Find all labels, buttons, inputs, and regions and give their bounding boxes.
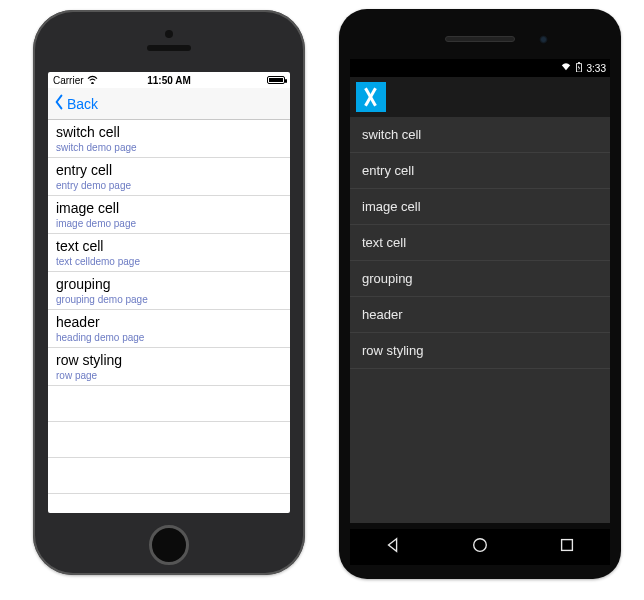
list-item[interactable]: grouping grouping demo page [48,272,290,310]
wifi-icon [561,62,571,74]
svg-rect-3 [561,540,572,551]
app-icon[interactable] [356,82,386,112]
list-item[interactable]: entry cell [350,153,610,189]
android-device-frame: 3:33 switch cell entry cell image cell t… [339,9,621,579]
empty-row [48,386,290,422]
list-item[interactable]: switch cell switch demo page [48,120,290,158]
list-item[interactable]: image cell image demo page [48,196,290,234]
empty-row [48,494,290,513]
battery-icon [267,76,285,84]
cell-detail: image demo page [56,217,282,230]
ios-table-view[interactable]: switch cell switch demo page entry cell … [48,120,290,513]
android-status-bar: 3:33 [350,59,610,77]
carrier-label: Carrier [53,75,84,86]
cell-title: switch cell [56,124,282,141]
svg-point-2 [474,539,487,552]
cell-detail: entry demo page [56,179,282,192]
android-navigation-bar [350,529,610,565]
android-camera-dot [539,35,548,44]
cell-detail: heading demo page [56,331,282,344]
list-item[interactable]: row styling row page [48,348,290,386]
list-item[interactable]: text cell [350,225,610,261]
android-speaker [445,36,515,42]
empty-row [48,422,290,458]
nav-home-button[interactable] [471,536,489,558]
back-button[interactable]: Back [53,94,98,113]
android-screen: 3:33 switch cell entry cell image cell t… [350,59,610,523]
cell-title: entry cell [56,162,282,179]
android-list-view[interactable]: switch cell entry cell image cell text c… [350,117,610,369]
wifi-icon [87,75,98,86]
list-item[interactable]: header [350,297,610,333]
status-time: 11:50 AM [130,75,207,86]
list-item[interactable]: image cell [350,189,610,225]
iphone-speaker [147,45,191,51]
cell-detail: row page [56,369,282,382]
chevron-left-icon [53,94,65,113]
list-item[interactable]: header heading demo page [48,310,290,348]
battery-icon [574,62,584,74]
back-label: Back [67,96,98,112]
status-time: 3:33 [587,63,606,74]
cell-title: row styling [56,352,282,369]
iphone-device-frame: Carrier 11:50 AM Back switch cell switc [33,10,305,575]
iphone-camera-dot [165,30,173,38]
cell-title: grouping [56,276,282,293]
list-item[interactable]: switch cell [350,117,610,153]
empty-row [48,458,290,494]
list-item[interactable]: row styling [350,333,610,369]
cell-detail: grouping demo page [56,293,282,306]
cell-title: text cell [56,238,282,255]
ios-status-bar: Carrier 11:50 AM [48,72,290,88]
svg-rect-1 [578,62,580,64]
list-item[interactable]: text cell text celldemo page [48,234,290,272]
nav-recent-button[interactable] [558,536,576,558]
list-item[interactable]: entry cell entry demo page [48,158,290,196]
nav-back-button[interactable] [384,536,402,558]
ios-navigation-bar: Back [48,88,290,120]
iphone-home-button[interactable] [149,525,189,565]
iphone-screen: Carrier 11:50 AM Back switch cell switc [48,72,290,513]
xamarin-icon [361,88,381,106]
cell-detail: switch demo page [56,141,282,154]
android-action-bar [350,77,610,117]
cell-title: header [56,314,282,331]
cell-title: image cell [56,200,282,217]
cell-detail: text celldemo page [56,255,282,268]
list-item[interactable]: grouping [350,261,610,297]
